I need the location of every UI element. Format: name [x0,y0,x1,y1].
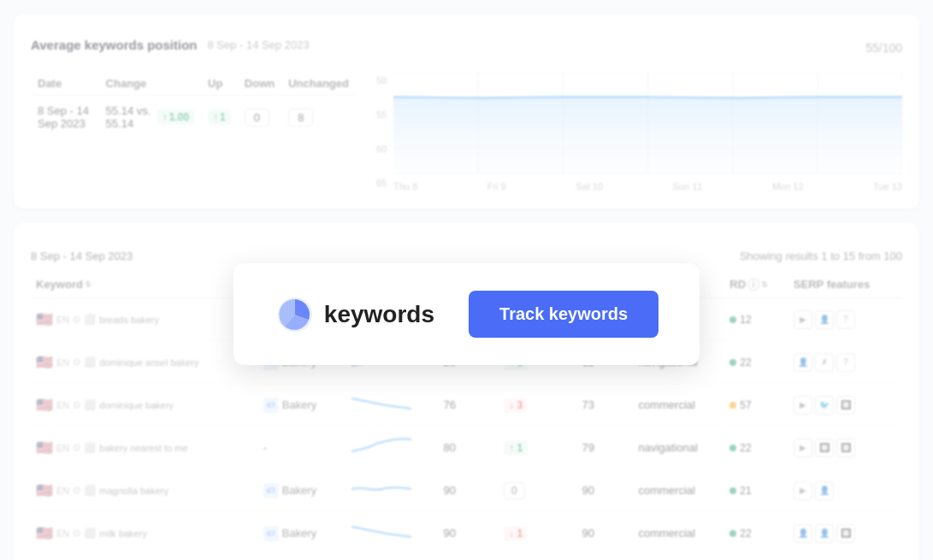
logo-text: keywords [324,301,434,328]
keywords-logo: keywords [275,294,434,335]
overlay: keywords Track keywords [0,0,933,560]
track-keywords-button[interactable]: Track keywords [469,291,658,338]
logo-pie-icon [275,294,316,335]
overlay-card: keywords Track keywords [233,263,700,365]
